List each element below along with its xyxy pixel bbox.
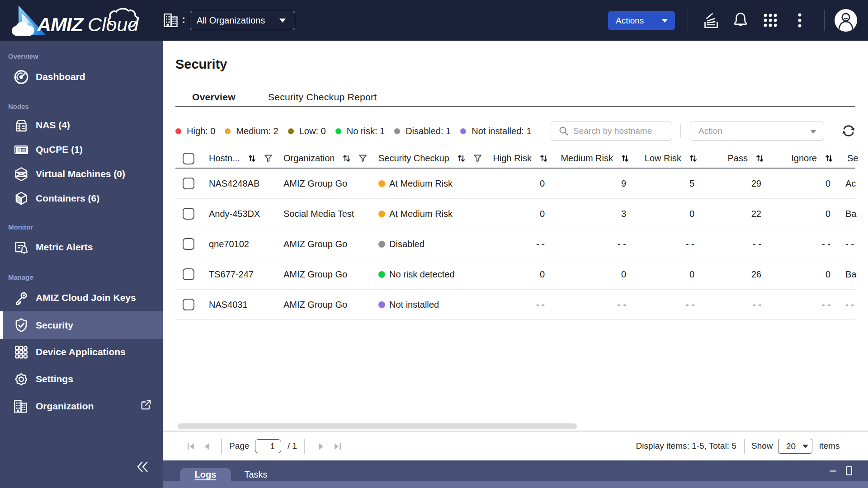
filter-icon[interactable] [359, 155, 367, 163]
tab-tasks[interactable]: Tasks [231, 468, 281, 481]
sidebar-item-amiz-cloud-join-keys[interactable]: AMIZ Cloud Join Keys [0, 286, 163, 310]
cell-low-risk: 0 [667, 259, 694, 289]
next-page-icon[interactable] [318, 442, 325, 450]
row-checkbox[interactable] [183, 259, 194, 289]
sort-icon[interactable] [539, 154, 548, 163]
row-checkbox[interactable] [183, 199, 194, 229]
cell-hostname: qne70102 [209, 229, 249, 259]
column-header-pass[interactable]: Pass [728, 149, 764, 168]
column-header-ignore[interactable]: Ignore [791, 149, 833, 168]
sidebar-item-device-applications[interactable]: Device Applications [0, 340, 163, 364]
sort-icon[interactable] [457, 154, 466, 163]
display-items-text: Display items: 1-5, Total: 5 [635, 441, 736, 451]
table-row[interactable]: TS677-247AMIZ Group GoNo risk detected00… [175, 259, 855, 290]
apps-grid-icon[interactable] [762, 12, 778, 28]
cell-security-checkup: No risk detected [378, 259, 455, 289]
filter-icon[interactable] [473, 155, 482, 163]
select-all-checkbox[interactable] [183, 149, 194, 168]
action-select[interactable]: Action [690, 122, 824, 141]
column-header-high-risk[interactable]: High Risk [493, 149, 548, 168]
topbar-separator [688, 10, 688, 31]
sidebar-item-nas[interactable]: NAS (4) [0, 113, 163, 137]
column-header-medium-risk[interactable]: Medium Risk [561, 149, 629, 168]
cell-low-risk: - - [667, 229, 694, 259]
cell-ignore: 0 [803, 259, 830, 289]
legend-label: Medium: 2 [236, 126, 278, 136]
table-header: Hostn...OrganizationSecurity CheckupHigh… [175, 149, 855, 169]
cell-pass: - - [734, 290, 761, 319]
page-size-select[interactable]: 20 [778, 439, 812, 454]
sidebar-item-organization[interactable]: Organization [0, 394, 163, 418]
cell-medium-risk: 9 [599, 169, 626, 198]
sidebar-item-virtual-machines[interactable]: Virtual Machines (0) [0, 162, 163, 186]
notifications-bell-icon[interactable] [731, 11, 750, 30]
row-checkbox[interactable] [183, 229, 194, 259]
previous-page-icon[interactable] [203, 442, 210, 450]
column-header-se[interactable]: Se [847, 149, 858, 168]
cell-high-risk: 0 [518, 259, 545, 289]
sidebar-section-overview: Overview [8, 52, 38, 60]
sidebar-item-dashboard[interactable]: Dashboard [0, 65, 163, 89]
last-page-icon[interactable] [333, 442, 342, 450]
refresh-icon[interactable] [841, 123, 856, 139]
sort-icon[interactable] [755, 154, 764, 163]
bottom-panel-strip [163, 481, 868, 488]
action-select-placeholder: Action [698, 126, 722, 136]
search-input[interactable] [573, 126, 664, 136]
qucpe-icon [14, 142, 29, 157]
table-row[interactable]: NAS4248ABAMIZ Group GoAt Medium Risk0952… [175, 169, 855, 199]
filter-icon[interactable] [264, 155, 273, 163]
cell-ignore: 0 [803, 169, 830, 198]
column-header-label: Organization [283, 153, 335, 164]
sort-icon[interactable] [342, 154, 351, 163]
sort-icon[interactable] [689, 154, 698, 163]
actions-button[interactable]: Actions [608, 11, 675, 30]
tab-security-checkup-report[interactable]: Security Checkup Report [268, 92, 377, 103]
main-content: Security Overview Security Checkup Repor… [163, 41, 868, 488]
sidebar-item-qucpe[interactable]: QuCPE (1) [0, 137, 163, 162]
svg-text:AMIZ: AMIZ [37, 14, 84, 35]
sidebar-item-security[interactable]: Security [0, 311, 163, 339]
tab-logs[interactable]: Logs [180, 468, 231, 481]
column-header-low-risk[interactable]: Low Risk [645, 149, 698, 168]
sort-icon[interactable] [825, 154, 833, 163]
user-avatar[interactable] [834, 9, 858, 32]
cell-security-last: Ba [845, 259, 856, 289]
row-checkbox[interactable] [183, 169, 194, 198]
org-colon: : [182, 13, 185, 26]
status-label: Not installed [389, 300, 439, 310]
column-header-label: Hostn... [209, 153, 240, 164]
horizontal-scrollbar-thumb[interactable] [178, 423, 577, 429]
table-row[interactable]: Andy-453DXSocial Media TestAt Medium Ris… [175, 199, 855, 229]
cell-hostname: Andy-453DX [209, 199, 260, 229]
sort-icon[interactable] [248, 154, 256, 163]
collapse-sidebar-icon[interactable] [136, 460, 150, 473]
legend-item: No risk: 1 [335, 126, 385, 136]
sidebar-item-metric-alerts[interactable]: Metric Alerts [0, 235, 163, 259]
tab-tasks-label: Tasks [244, 469, 267, 480]
table-row[interactable]: NAS4031AMIZ Group GoNot installed- -- --… [175, 290, 855, 320]
logs-stack-icon[interactable] [703, 12, 720, 29]
first-page-icon[interactable] [187, 442, 195, 450]
legend-dot [225, 128, 231, 134]
sidebar-item-containers[interactable]: Containers (6) [0, 186, 163, 211]
cell-security-checkup: Not installed [378, 290, 439, 319]
minimize-panel-icon[interactable] [830, 470, 836, 472]
column-header-organization[interactable]: Organization [283, 149, 367, 168]
tab-overview[interactable]: Overview [192, 92, 236, 103]
column-header-hostn-[interactable]: Hostn... [209, 149, 273, 168]
table-row[interactable]: qne70102AMIZ Group GoDisabled- -- -- -- … [175, 229, 855, 259]
sidebar-item-label: Containers (6) [36, 193, 99, 204]
sidebar-item-settings[interactable]: Settings [0, 367, 163, 391]
legend-item: Low: 0 [288, 126, 326, 136]
external-link-icon[interactable] [139, 399, 152, 414]
row-checkbox[interactable] [183, 290, 194, 319]
sort-icon[interactable] [621, 154, 629, 163]
column-header-security-checkup[interactable]: Security Checkup [378, 149, 482, 168]
cell-high-risk: 0 [518, 199, 545, 229]
page-number-input[interactable] [255, 439, 281, 453]
more-kebab-icon[interactable] [794, 12, 805, 28]
expand-panel-icon[interactable] [846, 466, 852, 475]
organization-selector[interactable]: All Organizations [190, 11, 295, 30]
cell-security-last: Ba [845, 199, 856, 229]
